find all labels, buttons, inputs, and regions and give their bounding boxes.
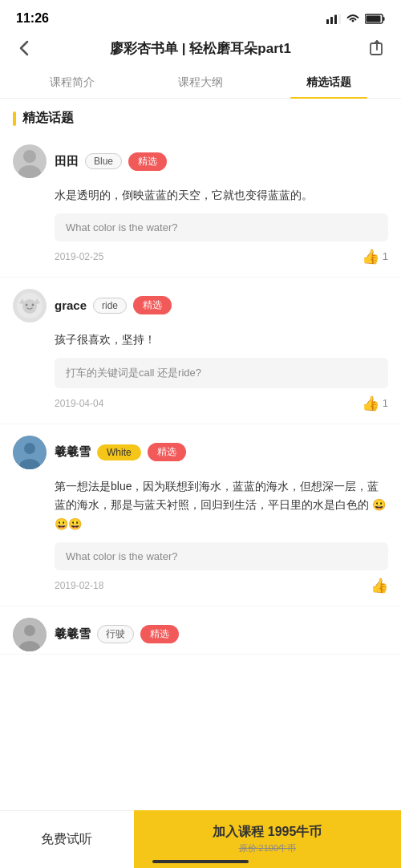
- comment-body: 水是透明的，倒映蓝蓝的天空，它就也变得蓝蓝的。: [13, 186, 388, 205]
- like-button[interactable]: 👍 1: [362, 248, 388, 266]
- back-button[interactable]: [13, 37, 35, 59]
- svg-rect-2: [334, 14, 337, 24]
- tab-intro[interactable]: 课程简介: [8, 67, 136, 98]
- home-indicator: [152, 860, 249, 863]
- comment-footer: 2019-02-18 👍: [13, 577, 388, 594]
- join-main-label: 加入课程 1995牛币: [213, 824, 322, 841]
- section-title: 精选话题: [0, 99, 401, 133]
- tab-outline[interactable]: 课程大纲: [136, 67, 265, 98]
- comment-date: 2019-04-04: [55, 398, 103, 409]
- share-button[interactable]: [366, 37, 388, 59]
- page-title: 廖彩杏书单 | 轻松磨耳朵part1: [35, 39, 366, 58]
- svg-point-9: [23, 150, 36, 163]
- selected-badge: 精选: [133, 296, 172, 314]
- comment-date: 2019-02-18: [55, 580, 103, 591]
- tab-topics[interactable]: 精选话题: [265, 67, 393, 98]
- status-bar: 11:26: [0, 0, 401, 32]
- like-count: 1: [383, 250, 388, 262]
- like-count: 1: [383, 397, 388, 409]
- signal-icon: [326, 14, 341, 24]
- avatar: [13, 144, 47, 178]
- comment-item: grace ride 精选 孩子很喜欢，坚持！ 打车的关键词是call 还是ri…: [0, 278, 401, 424]
- comment-question: 打车的关键词是call 还是ride?: [55, 358, 388, 388]
- comment-meta: 田田 Blue 精选: [55, 152, 167, 171]
- thumb-up-icon: 👍: [362, 395, 379, 412]
- thumb-up-icon: 👍: [371, 577, 388, 594]
- comment-tag: 行驶: [97, 625, 134, 643]
- svg-rect-1: [330, 17, 333, 24]
- avatar: [13, 618, 47, 651]
- join-original-price: 原价:2100牛币: [239, 842, 297, 854]
- svg-point-12: [22, 299, 37, 314]
- like-button[interactable]: 👍 1: [362, 395, 388, 412]
- comment-item: 羲羲雪 行驶 精选: [0, 606, 401, 655]
- svg-rect-5: [383, 17, 385, 21]
- svg-point-21: [24, 625, 35, 636]
- comment-header: grace ride 精选: [13, 289, 388, 322]
- avatar: [13, 436, 47, 469]
- like-button[interactable]: 👍: [371, 577, 388, 594]
- section-bar-decoration: [13, 112, 16, 126]
- comment-tag: Blue: [85, 153, 122, 169]
- comment-body: 第一想法是blue，因为联想到海水，蓝蓝的海水，但想深一层，蓝蓝的海水，那是与蓝…: [13, 477, 388, 534]
- selected-badge: 精选: [140, 625, 179, 643]
- comment-item: 羲羲雪 White 精选 第一想法是blue，因为联想到海水，蓝蓝的海水，但想深…: [0, 424, 401, 606]
- tab-bar: 课程简介 课程大纲 精选话题: [0, 67, 401, 99]
- comment-meta: 羲羲雪 行驶 精选: [55, 625, 179, 643]
- svg-point-10: [18, 165, 41, 178]
- status-time: 11:26: [16, 11, 49, 26]
- svg-point-14: [32, 303, 34, 306]
- comment-footer: 2019-04-04 👍 1: [13, 395, 388, 412]
- svg-point-18: [24, 443, 35, 454]
- comment-body: 孩子很喜欢，坚持！: [13, 331, 388, 350]
- svg-rect-6: [367, 15, 381, 22]
- svg-rect-3: [338, 14, 341, 24]
- comment-item: 田田 Blue 精选 水是透明的，倒映蓝蓝的天空，它就也变得蓝蓝的。 What …: [0, 133, 401, 278]
- svg-rect-0: [326, 19, 329, 24]
- content-area: 精选话题 田田 Blue 精选 水是透明的，倒映蓝蓝的天空，它就也变得蓝蓝的。 …: [0, 99, 401, 719]
- battery-icon: [365, 14, 385, 24]
- svg-rect-7: [371, 43, 382, 55]
- comment-meta: grace ride 精选: [55, 296, 172, 314]
- comment-question: What color is the water?: [55, 213, 388, 241]
- avatar: [13, 289, 47, 322]
- comment-header: 田田 Blue 精选: [13, 144, 388, 178]
- comment-question: What color is the water?: [55, 542, 388, 570]
- selected-badge: 精选: [148, 443, 186, 461]
- comment-tag: ride: [93, 298, 127, 314]
- status-icons: [326, 14, 385, 24]
- comment-header: 羲羲雪 White 精选: [13, 436, 388, 469]
- comment-meta: 羲羲雪 White 精选: [55, 443, 186, 461]
- free-trial-button[interactable]: 免费试听: [0, 810, 134, 868]
- selected-badge: 精选: [128, 152, 167, 171]
- comment-date: 2019-02-25: [55, 251, 103, 262]
- page-header: 廖彩杏书单 | 轻松磨耳朵part1: [0, 32, 401, 67]
- comment-footer: 2019-02-25 👍 1: [13, 248, 388, 266]
- comment-header: 羲羲雪 行驶 精选: [13, 618, 388, 651]
- comment-tag-white: White: [97, 444, 141, 460]
- wifi-icon: [346, 14, 360, 24]
- svg-point-13: [26, 303, 28, 306]
- thumb-up-icon: 👍: [362, 248, 379, 266]
